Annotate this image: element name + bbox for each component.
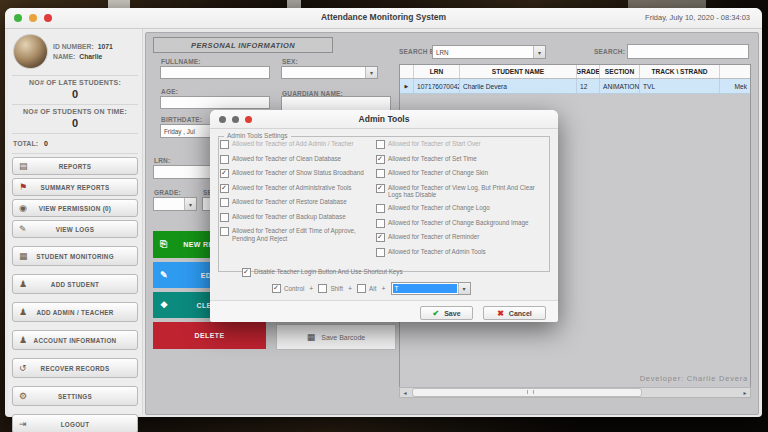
checkbox-shift-key[interactable]: Shift: [318, 284, 343, 293]
cell-section: ANIMATION: [600, 79, 640, 93]
scroll-left-icon[interactable]: ◂: [400, 389, 410, 396]
table-horizontal-scrollbar[interactable]: ◂ ▸: [399, 387, 751, 398]
checkbox-administrative-tools[interactable]: Allowed for Teacher of Administrative To…: [220, 184, 368, 193]
column-header-grade[interactable]: GRADE: [577, 65, 600, 78]
shortcut-key-value: T: [393, 284, 457, 293]
sidebar-item-summary-reports[interactable]: SUMMARY REPORTS: [12, 178, 138, 196]
save-barcode-button[interactable]: ▦Save Barcode: [276, 324, 396, 350]
checkbox-change-logo[interactable]: Allowed for Teacher of Change Logo: [376, 204, 546, 213]
sidebar-item-view-logs[interactable]: VIEW LOGS: [12, 220, 138, 238]
checkbox-label: Allowed for Teacher of Edit Time of Appr…: [232, 227, 368, 242]
save-button[interactable]: ✔Save: [420, 306, 473, 320]
checkbox-control-key[interactable]: Control: [272, 284, 304, 293]
plus-separator: +: [309, 285, 313, 292]
ontime-students-value: 0: [11, 117, 139, 129]
column-header-section[interactable]: SECTION: [600, 65, 640, 78]
table-header-row: LRN STUDENT NAME GRADE SECTION TRACK \ S…: [400, 65, 750, 79]
checkbox-show-status-broadband[interactable]: Allowed for Teacher of Show Status Broad…: [220, 169, 368, 178]
checkbox-icon: [220, 140, 229, 149]
x-icon: ✖: [497, 309, 504, 318]
sidebar-item-add-student[interactable]: ADD STUDENT: [12, 274, 138, 294]
checkbox-disable-teacher-login[interactable]: Disable Teacher Login Button And Use Sho…: [242, 268, 403, 277]
cell-track-strand: TVL: [640, 79, 720, 93]
cancel-button[interactable]: ✖Cancel: [483, 306, 546, 320]
checkbox-label: Allowed for Teacher of Change Background…: [388, 219, 529, 227]
sidebar-item-settings[interactable]: SETTINGS: [12, 386, 138, 406]
account-icon: [19, 336, 27, 345]
checkbox-set-time[interactable]: Allowed for Teacher of Set Time: [376, 155, 546, 164]
desktop: Attendance Monitoring System Friday, Jul…: [0, 0, 768, 432]
late-students-label: NO# OF LATE STUDENTS:: [11, 79, 139, 86]
fullname-field[interactable]: [160, 66, 270, 79]
row-indicator-icon: ▶: [400, 79, 414, 93]
late-students-value: 0: [11, 88, 139, 100]
save-barcode-label: Save Barcode: [321, 334, 365, 341]
check-icon: ✔: [432, 309, 439, 318]
settings-icon: [19, 392, 27, 401]
checkbox-backup-database[interactable]: Allowed for Teacher of Backup Database: [220, 213, 368, 222]
sidebar-item-add-admin-teacher[interactable]: ADD ADMIN / TEACHER: [12, 302, 138, 322]
checkbox-icon: [376, 169, 385, 178]
admin-tools-dialog: Admin Tools Admin Tools Settings Allowed…: [210, 110, 558, 322]
sex-select[interactable]: [281, 66, 378, 79]
sidebar-item-label: LOGOUT: [13, 421, 137, 428]
total-stat: TOTAL: 0: [11, 136, 139, 151]
sidebar-item-logout[interactable]: LOGOUT: [12, 414, 138, 432]
sidebar-item-label: VIEW LOGS: [13, 226, 137, 233]
sidebar-item-student-monitoring[interactable]: STUDENT MONITORING: [12, 246, 138, 266]
guardian-name-field[interactable]: [281, 96, 391, 111]
checkbox-add-admin-teacher[interactable]: Allowed for Teacher of Add Admin / Teach…: [220, 140, 368, 149]
delete-button[interactable]: DELETE: [153, 322, 266, 349]
checkbox-admin-tools[interactable]: Allowed for Teacher of Admin Tools: [376, 248, 546, 257]
total-value: 0: [44, 140, 48, 147]
checkbox-alt-key[interactable]: Alt: [357, 284, 376, 293]
checkbox-start-over[interactable]: Allowed for Teacher of Start Over: [376, 140, 546, 149]
checkbox-reminder[interactable]: Allowed for Teacher of Reminder: [376, 233, 546, 242]
sidebar-item-reports[interactable]: REPORTS: [12, 157, 138, 175]
new-record-icon: ⎘: [160, 239, 168, 250]
checkbox-icon: [220, 227, 229, 236]
search-by-value: LRN: [436, 49, 449, 56]
total-label: TOTAL:: [13, 140, 38, 147]
checkbox-label: Allowed for Teacher of Set Time: [388, 155, 477, 163]
checkbox-icon: [220, 213, 229, 222]
shortcut-key-select[interactable]: T: [391, 282, 471, 295]
cell-extra: Mek: [720, 79, 750, 93]
column-header-lrn[interactable]: LRN: [414, 65, 460, 78]
id-number-value: 1071: [98, 43, 113, 50]
add-student-icon: [19, 280, 27, 289]
sidebar-item-account-information[interactable]: ACCOUNT INFORMATION: [12, 330, 138, 350]
checkbox-edit-time[interactable]: Allowed for Teacher of Edit Time of Appr…: [220, 227, 368, 242]
shortcut-keys-row: Control + Shift + Alt + T: [272, 282, 471, 295]
late-students-stat: NO# OF LATE STUDENTS: 0: [11, 78, 139, 102]
cell-student-name: Charlie Devera: [460, 79, 577, 93]
lrn-field[interactable]: [153, 165, 215, 179]
sidebar-item-label: ADD ADMIN / TEACHER: [13, 309, 137, 316]
column-header-student-name[interactable]: STUDENT NAME: [460, 65, 577, 78]
avatar: [13, 34, 48, 69]
checkbox-icon: [220, 184, 229, 193]
checkbox-label: Shift: [330, 285, 343, 293]
checkbox-restore-database[interactable]: Allowed for Teacher of Restore Database: [220, 198, 368, 207]
checkbox-change-skin[interactable]: Allowed for Teacher of Change Skin: [376, 169, 546, 178]
search-by-select[interactable]: LRN: [432, 45, 546, 59]
age-field[interactable]: [160, 96, 270, 109]
scroll-right-icon[interactable]: ▸: [740, 389, 750, 396]
sidebar-item-recover-records[interactable]: RECOVER RECORDS: [12, 358, 138, 378]
save-label: Save: [444, 310, 460, 317]
checkbox-clean-database[interactable]: Allowed for Teacher of Clean Database: [220, 155, 368, 164]
sidebar-item-view-permission[interactable]: VIEW PERMISSION (0): [12, 199, 138, 217]
checkbox-icon: [318, 284, 327, 293]
sidebar-item-label: ACCOUNT INFORMATION: [13, 337, 137, 344]
column-header-track-strand[interactable]: TRACK \ STRAND: [640, 65, 720, 78]
scrollbar-thumb[interactable]: [412, 388, 642, 397]
sidebar-item-label: STUDENT MONITORING: [13, 253, 137, 260]
checkbox-change-background[interactable]: Allowed for Teacher of Change Background…: [376, 219, 546, 228]
chevron-down-icon: [184, 198, 196, 210]
table-row[interactable]: ▶ 107176070042 Charlie Devera 12 ANIMATI…: [400, 79, 750, 94]
checkbox-label: Allowed for Teacher of Restore Database: [232, 198, 347, 206]
grade-select[interactable]: [153, 197, 197, 211]
search-input[interactable]: [627, 44, 749, 59]
checkbox-view-log[interactable]: Allowed for Teacher of View Log, But Pri…: [376, 184, 546, 199]
sidebar-item-label: ADD STUDENT: [13, 281, 137, 288]
